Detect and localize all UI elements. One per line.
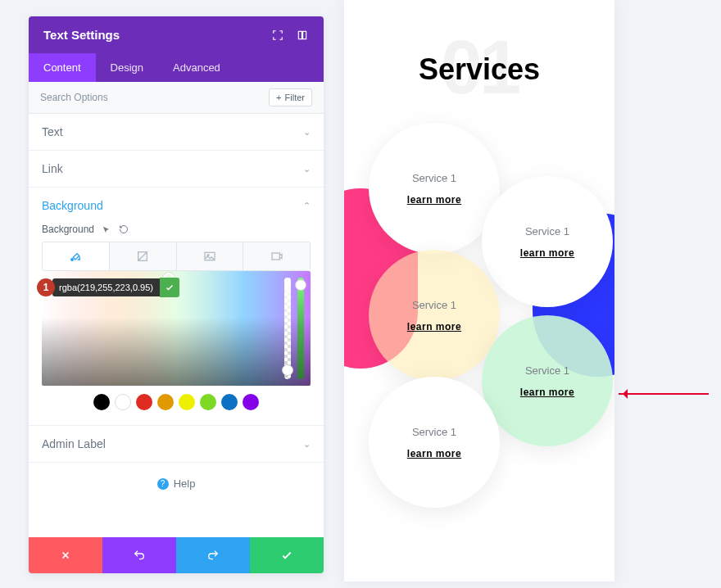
annotation-arrow	[619, 393, 709, 395]
service-title: Service 1	[525, 364, 569, 377]
alpha-slider-knob[interactable]	[282, 364, 293, 376]
color-picker: 1 rgba(219,255,223,0.95)	[42, 271, 311, 414]
search-options-input[interactable]: Search Options	[40, 92, 108, 103]
search-options-row: Search Options + Filter	[29, 82, 324, 114]
hue-slider[interactable]	[297, 278, 304, 379]
learn-more-link[interactable]: learn more	[407, 448, 461, 459]
alpha-slider[interactable]	[284, 278, 291, 379]
bg-tab-gradient[interactable]	[110, 242, 177, 270]
swatch-blue[interactable]	[221, 394, 238, 410]
help-label: Help	[174, 477, 196, 490]
background-field-label: Background	[42, 224, 94, 235]
service-title: Service 1	[412, 172, 456, 184]
service-bubble: Service 1 learn more	[369, 123, 500, 254]
expand-icon[interactable]	[271, 29, 284, 42]
plus-icon: +	[276, 93, 281, 102]
section-admin-label-header[interactable]: Admin Label ⌄	[29, 426, 324, 462]
swatch-red[interactable]	[136, 394, 152, 410]
chevron-down-icon: ⌄	[303, 127, 311, 138]
panel-header: Text Settings Content Design Advanced	[29, 16, 324, 82]
swatch-yellow[interactable]	[179, 394, 195, 410]
text-settings-panel: Text Settings Content Design Advanced Se…	[29, 16, 324, 573]
color-picker-area[interactable]: 1 rgba(219,255,223,0.95)	[42, 271, 311, 386]
redo-button[interactable]	[176, 537, 250, 573]
tab-advanced[interactable]: Advanced	[158, 53, 235, 82]
svg-rect-0	[298, 31, 302, 38]
reset-icon[interactable]	[118, 224, 129, 235]
panel-footer	[29, 537, 324, 573]
section-text-header[interactable]: Text ⌄	[29, 114, 324, 150]
swatch-black[interactable]	[93, 394, 110, 410]
tab-content[interactable]: Content	[29, 53, 96, 82]
section-heading: Services	[419, 52, 540, 87]
help-icon: ?	[157, 478, 169, 490]
step-badge: 1	[37, 278, 55, 296]
swatch-orange[interactable]	[157, 394, 174, 410]
help-row[interactable]: ? Help	[29, 463, 324, 504]
service-title: Service 1	[412, 299, 456, 311]
cancel-button[interactable]	[29, 537, 102, 573]
chevron-up-icon: ⌃	[303, 201, 311, 211]
hue-slider-knob[interactable]	[295, 279, 306, 291]
svg-rect-6	[272, 253, 279, 260]
service-bubble: Service 1 learn more	[482, 315, 613, 446]
snap-icon[interactable]	[296, 29, 309, 42]
bg-tab-image[interactable]	[177, 242, 244, 270]
background-type-tabs	[42, 242, 311, 271]
section-link-header[interactable]: Link ⌄	[29, 151, 324, 187]
bg-tab-color[interactable]	[43, 242, 110, 270]
filter-button[interactable]: + Filter	[269, 88, 312, 106]
learn-more-link[interactable]: learn more	[407, 321, 461, 332]
learn-more-link[interactable]: learn more	[520, 247, 574, 259]
filter-label: Filter	[285, 93, 305, 102]
page-preview: 01 Services Service 1 learn more Service…	[344, 0, 614, 581]
service-bubble: Service 1 learn more	[482, 176, 613, 307]
swatch-white[interactable]	[115, 394, 131, 410]
section-link: Link ⌄	[29, 151, 324, 188]
undo-button[interactable]	[102, 537, 176, 573]
learn-more-link[interactable]: learn more	[520, 387, 574, 398]
chevron-down-icon: ⌄	[303, 164, 311, 174]
svg-rect-1	[303, 31, 306, 38]
panel-title: Text Settings	[43, 28, 120, 42]
swatch-green[interactable]	[200, 394, 216, 410]
cursor-icon[interactable]	[101, 224, 111, 235]
section-text: Text ⌄	[29, 114, 324, 151]
svg-point-2	[71, 259, 74, 261]
service-title: Service 1	[412, 426, 456, 438]
service-bubble: Service 1 learn more	[369, 377, 500, 508]
color-swatches	[42, 386, 311, 414]
service-title: Service 1	[525, 225, 569, 237]
save-button[interactable]	[250, 537, 324, 573]
chevron-down-icon: ⌄	[303, 439, 311, 450]
bg-tab-video[interactable]	[243, 242, 310, 270]
section-admin-label-title: Admin Label	[42, 437, 106, 450]
tab-design[interactable]: Design	[96, 53, 158, 82]
swatch-purple[interactable]	[243, 394, 259, 410]
section-admin-label: Admin Label ⌄	[29, 426, 324, 463]
color-value-input[interactable]: rgba(219,255,223,0.95)	[52, 278, 160, 296]
settings-tabs: Content Design Advanced	[29, 53, 324, 82]
section-background-title: Background	[42, 199, 103, 212]
section-link-title: Link	[42, 162, 63, 175]
section-background-header[interactable]: Background ⌃	[29, 188, 324, 224]
confirm-color-button[interactable]	[160, 278, 179, 297]
service-bubble: Service 1 learn more	[369, 250, 500, 381]
learn-more-link[interactable]: learn more	[407, 194, 461, 206]
section-background: Background ⌃ Background	[29, 188, 324, 426]
section-text-title: Text	[42, 125, 63, 138]
